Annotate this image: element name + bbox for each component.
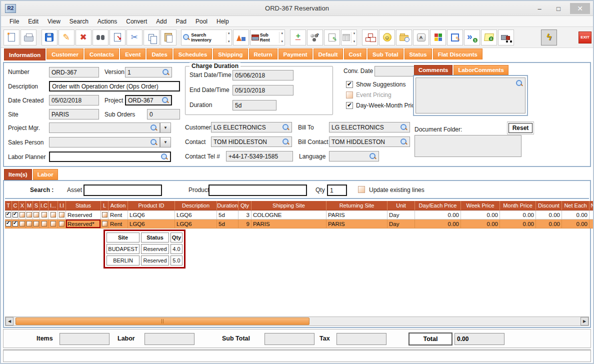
cell-returning-site[interactable]: PARIS (326, 220, 388, 228)
language-lookup-icon[interactable] (369, 152, 376, 160)
language-field[interactable] (329, 151, 379, 162)
col-discount[interactable]: Discount (536, 201, 562, 210)
cell-unit[interactable]: Day (388, 220, 415, 228)
tab-information[interactable]: Information (4, 48, 46, 60)
cell-month-price[interactable]: 0.00 (500, 220, 536, 228)
cell-net-each[interactable]: 0.00 (562, 220, 590, 228)
project-mgr-dropdown[interactable]: ▼ (160, 122, 171, 133)
project-lookup-icon[interactable] (162, 96, 169, 104)
cell-m[interactable] (26, 220, 33, 228)
cell-m[interactable] (26, 210, 33, 220)
scroll-left-arrow[interactable]: ◀ (6, 317, 14, 326)
save-button[interactable] (42, 30, 58, 46)
labor-planner-lookup-icon[interactable] (160, 153, 168, 160)
menu-help[interactable]: Help (212, 17, 234, 26)
cell-discount[interactable]: 0.00 (536, 220, 562, 228)
cell-ic[interactable] (40, 220, 48, 228)
tab-items[interactable]: Item(s) (4, 169, 32, 180)
col-t[interactable]: T (5, 201, 12, 210)
cell-day-each-price[interactable]: 0.00 (415, 220, 461, 228)
cell-action[interactable]: Rent (108, 220, 128, 228)
cell-s[interactable] (33, 210, 40, 220)
product-input[interactable] (208, 184, 307, 196)
tab-customer[interactable]: Customer (46, 48, 84, 60)
menu-pad[interactable]: Pad (172, 17, 191, 26)
customer-field[interactable]: LG ELECTRONICS (211, 122, 292, 132)
qty-input[interactable]: 1 (327, 184, 347, 196)
cell-qty[interactable]: 9 (238, 220, 252, 228)
cell-l[interactable] (101, 220, 108, 228)
col-month-price[interactable]: Month Price (500, 201, 536, 210)
add-remove-lines-button[interactable]: ＋─ (290, 30, 306, 46)
version-lookup-icon[interactable] (162, 68, 170, 76)
cell-n[interactable] (590, 210, 594, 220)
col-day-each-price[interactable]: Day/Each Price (415, 201, 461, 210)
col-l[interactable]: L (101, 201, 108, 210)
comments-textarea[interactable] (416, 78, 526, 114)
table-row[interactable]: Reserved Rent LGQ6 LGQ6 5d 3 COLOGNE PAR… (5, 210, 594, 220)
tab-flat-discounts[interactable]: Flat Discounts (433, 48, 482, 60)
col-product-id[interactable]: Product ID (128, 201, 175, 210)
menu-convert[interactable]: Convert (122, 17, 152, 26)
cell-duration[interactable]: 5d (217, 210, 238, 220)
show-suggestions-checkbox[interactable] (346, 81, 353, 88)
horizontal-scrollbar[interactable]: ◀ ▶ (5, 316, 589, 326)
labor-planner-field[interactable] (49, 152, 171, 162)
customer-lookup-icon[interactable] (282, 124, 290, 131)
tab-comments[interactable]: Comments (414, 65, 452, 75)
col-status[interactable]: Status (66, 201, 101, 210)
col-ic[interactable]: I.C (40, 201, 48, 210)
cell-t[interactable] (5, 220, 12, 228)
cell-c[interactable] (12, 220, 19, 228)
cell-day-each-price[interactable]: 0.00 (415, 210, 461, 220)
cell-product-id[interactable]: LGQ6 (128, 210, 175, 220)
cell-product-id[interactable]: LGQ6 (128, 220, 175, 228)
cell-t[interactable] (5, 210, 12, 220)
cell-l[interactable] (101, 210, 108, 220)
tab-sub-total[interactable]: Sub Total (368, 48, 404, 60)
org-chart-button[interactable] (362, 30, 378, 46)
menu-actions[interactable]: Actions (93, 17, 122, 26)
tab-return[interactable]: Return (249, 48, 278, 60)
tab-contacts[interactable]: Contacts (84, 48, 119, 60)
cell-x[interactable] (19, 220, 26, 228)
reset-button[interactable]: Reset (508, 123, 532, 133)
customer-button[interactable]: ☺ (379, 30, 395, 46)
tab-event[interactable]: Event (120, 48, 146, 60)
paste-button[interactable] (160, 30, 176, 46)
document-folder-box[interactable] (414, 135, 522, 157)
cell-description[interactable]: LGQ6 (175, 220, 217, 228)
col-action[interactable]: Action (108, 201, 128, 210)
cell-unit[interactable]: Day (388, 210, 415, 220)
shortcut-key-button[interactable]: A (413, 30, 429, 46)
new-order-button[interactable]: ✶ (4, 30, 20, 46)
search-inventory-button[interactable]: Search Inventory ▼▼ (181, 30, 232, 46)
cell-month-price[interactable]: 0.00 (500, 210, 536, 220)
tab-schedules[interactable]: Schedules (174, 48, 212, 60)
col-ii[interactable]: I.I (58, 201, 66, 210)
tab-labor-comments[interactable]: LaborComments (454, 65, 508, 75)
bill-contact-field[interactable]: TOM HIDDLESTON (329, 136, 410, 147)
col-duration[interactable]: Duration (217, 201, 238, 210)
update-existing-checkbox[interactable] (358, 186, 365, 193)
cell-n[interactable] (590, 220, 594, 228)
charges-button[interactable]: $ (481, 30, 497, 46)
quick-action-button[interactable]: ϟ (541, 30, 557, 46)
tab-payment[interactable]: Payment (278, 48, 312, 60)
cell-status-highlighted[interactable]: Reserved* (66, 220, 101, 228)
history-button[interactable] (396, 30, 412, 46)
col-week-price[interactable]: Week Price (461, 201, 500, 210)
cell-ic[interactable] (40, 210, 48, 220)
cell-week-price[interactable]: 0.00 (461, 220, 500, 228)
col-m[interactable]: M (26, 201, 33, 210)
total-button[interactable]: Total (408, 332, 452, 346)
cell-s[interactable] (33, 220, 40, 228)
availability-button[interactable] (307, 30, 323, 46)
menu-file[interactable]: File (5, 17, 24, 26)
sub-rent-button[interactable]: Sub Rent ▼▼ (250, 30, 286, 46)
cell-ii[interactable] (58, 220, 66, 228)
cell-week-price[interactable]: 0.00 (461, 210, 500, 220)
delete-button[interactable]: ✖ (76, 30, 92, 46)
cut-button[interactable]: ✂ (126, 30, 142, 46)
cell-net-each[interactable]: 0.00 (562, 210, 590, 220)
